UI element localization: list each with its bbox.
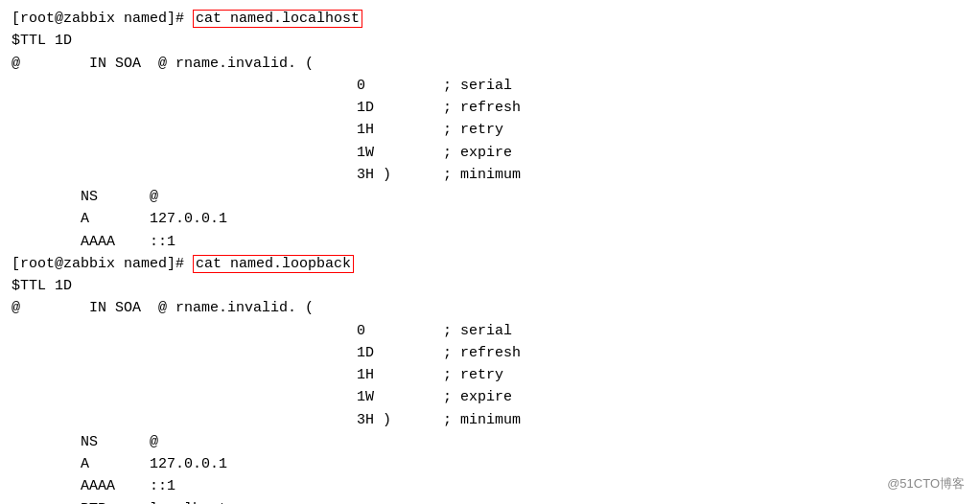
terminal-line: NS @ <box>12 186 968 208</box>
command-text: cat named.localhost <box>193 10 362 28</box>
prompt-text: [root@zabbix named]# <box>12 11 193 27</box>
terminal-line: 3H ) ; minimum <box>12 164 968 186</box>
terminal-line: $TTL 1D <box>12 30 968 52</box>
terminal-line: A 127.0.0.1 <box>12 208 968 230</box>
terminal-line: 1W ; expire <box>12 142 968 164</box>
terminal-line: 1H ; retry <box>12 119 968 141</box>
terminal-line: 0 ; serial <box>12 75 968 97</box>
terminal-line: [root@zabbix named]# cat named.loopback <box>12 253 968 275</box>
terminal-window: [root@zabbix named]# cat named.localhost… <box>12 8 968 496</box>
terminal-line: 3H ) ; minimum <box>12 409 968 431</box>
terminal-line: AAAA ::1 <box>12 475 968 497</box>
terminal-line: 1H ; retry <box>12 364 968 386</box>
watermark: @51CTO博客 <box>887 475 965 493</box>
terminal-line: PTR localhost. <box>12 498 968 505</box>
terminal-line: @ IN SOA @ rname.invalid. ( <box>12 297 968 319</box>
terminal-line: $TTL 1D <box>12 275 968 297</box>
terminal-line: NS @ <box>12 431 968 453</box>
command-text: cat named.loopback <box>193 255 354 273</box>
terminal-line: AAAA ::1 <box>12 231 968 253</box>
terminal-line: 1D ; refresh <box>12 342 968 364</box>
terminal-line: 1W ; expire <box>12 386 968 408</box>
prompt-text: [root@zabbix named]# <box>12 256 193 272</box>
terminal-line: A 127.0.0.1 <box>12 453 968 475</box>
terminal-line: [root@zabbix named]# cat named.localhost <box>12 8 968 30</box>
terminal-line: 1D ; refresh <box>12 97 968 119</box>
terminal-line: @ IN SOA @ rname.invalid. ( <box>12 53 968 75</box>
terminal-line: 0 ; serial <box>12 320 968 342</box>
